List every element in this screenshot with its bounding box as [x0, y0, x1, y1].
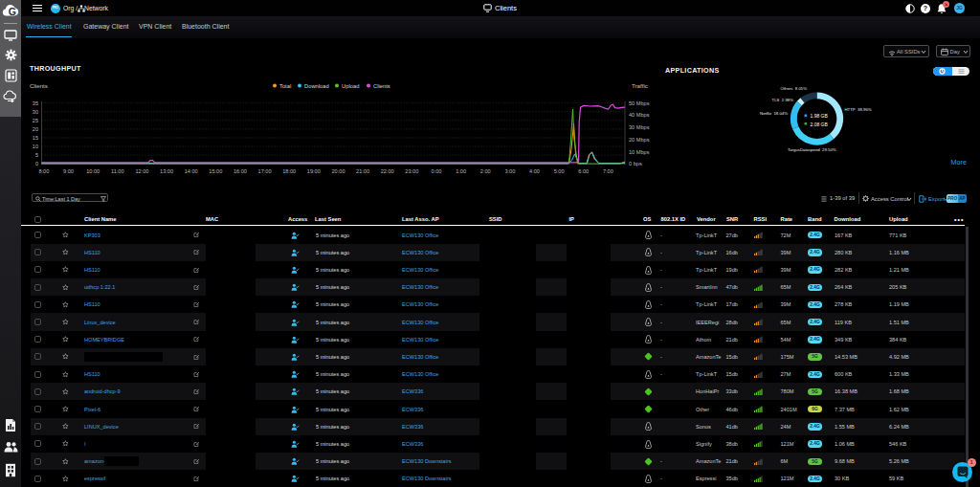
svg-text:22:00: 22:00	[381, 168, 394, 174]
svg-text:Clients: Clients	[373, 83, 390, 89]
svg-text:Netflix 18.04%: Netflix 18.04%	[760, 111, 788, 116]
svg-text:19:00: 19:00	[307, 168, 321, 174]
svg-text:G: G	[9, 6, 16, 17]
svg-text:10:00: 10:00	[86, 168, 100, 174]
svg-text:20: 20	[33, 126, 38, 132]
svg-text:4:00: 4:00	[529, 168, 540, 174]
svg-text:50 Mbps: 50 Mbps	[629, 100, 650, 106]
svg-text:15:00: 15:00	[209, 168, 222, 174]
svg-text:Total: Total	[279, 83, 291, 89]
svg-text:11:00: 11:00	[111, 168, 124, 174]
svg-text:5: 5	[35, 152, 38, 158]
svg-text:30: 30	[33, 109, 38, 115]
svg-text:16:00: 16:00	[234, 168, 247, 174]
svg-text:0:00: 0:00	[432, 168, 442, 174]
svg-text:Download: Download	[304, 83, 329, 89]
svg-text:21:00: 21:00	[356, 168, 369, 174]
svg-text:1.98 GB: 1.98 GB	[811, 113, 829, 119]
svg-text:Others 8.05%: Others 8.05%	[781, 86, 808, 91]
svg-text:6:00: 6:00	[578, 168, 589, 174]
svg-text:15: 15	[33, 135, 38, 141]
svg-text:17:00: 17:00	[258, 168, 272, 174]
svg-text:0: 0	[35, 161, 38, 166]
svg-text:2.08 GB: 2.08 GB	[811, 122, 829, 127]
svg-text:23:00: 23:00	[405, 168, 418, 174]
svg-text:3:00: 3:00	[504, 168, 515, 174]
svg-text:0 bps: 0 bps	[629, 161, 642, 166]
svg-text:Upload: Upload	[342, 83, 359, 89]
svg-text:35: 35	[33, 100, 38, 106]
svg-text:20:00: 20:00	[332, 168, 345, 174]
svg-text:30 Mbps: 30 Mbps	[629, 124, 650, 130]
svg-text:More: More	[951, 158, 967, 166]
svg-text:APPLICATIONS: APPLICATIONS	[665, 66, 720, 75]
svg-text:13:00: 13:00	[160, 168, 173, 174]
svg-text:10: 10	[33, 144, 38, 149]
svg-text:10 Mbps: 10 Mbps	[629, 149, 650, 155]
svg-text:Clients: Clients	[30, 82, 48, 89]
svg-text:1:00: 1:00	[456, 168, 466, 174]
svg-text:7:00: 7:00	[603, 168, 613, 174]
svg-text:9:00: 9:00	[63, 168, 74, 174]
svg-text:40 Mbps: 40 Mbps	[629, 112, 650, 118]
svg-text:25: 25	[33, 118, 38, 123]
svg-text:THROUGHPUT: THROUGHPUT	[30, 64, 81, 73]
svg-text:Traffic: Traffic	[632, 82, 648, 89]
svg-text:TLS 2.98%: TLS 2.98%	[772, 98, 794, 102]
svg-text:18:00: 18:00	[282, 168, 296, 174]
svg-text:TargusDataspeed 29.50%: TargusDataspeed 29.50%	[788, 147, 836, 152]
svg-text:20 Mbps: 20 Mbps	[629, 137, 650, 143]
svg-text:2:00: 2:00	[480, 168, 491, 174]
svg-text:8:00: 8:00	[38, 168, 49, 174]
svg-text:HTTP 38.96%: HTTP 38.96%	[845, 107, 872, 112]
svg-text:14:00: 14:00	[185, 168, 198, 174]
svg-text:12:00: 12:00	[135, 168, 148, 174]
svg-text:5:00: 5:00	[554, 168, 565, 174]
